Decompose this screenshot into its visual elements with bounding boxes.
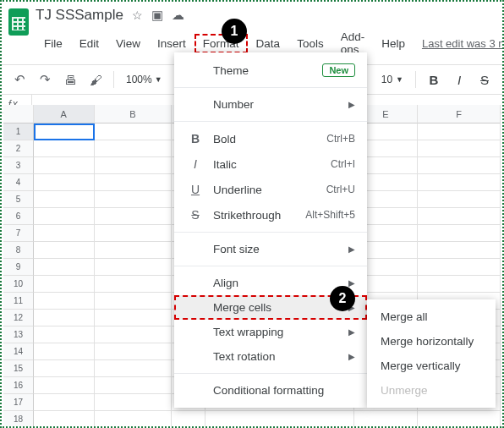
- cell-B12[interactable]: [95, 310, 173, 326]
- cell-F8[interactable]: [418, 242, 501, 259]
- col-header-F[interactable]: F: [418, 105, 501, 123]
- menu-number[interactable]: Number▶: [174, 92, 367, 117]
- menu-tools[interactable]: Tools: [288, 34, 332, 53]
- menu-insert[interactable]: Insert: [149, 34, 194, 53]
- cell-F18[interactable]: [418, 411, 501, 428]
- cell-A15[interactable]: [34, 360, 95, 377]
- undo-icon[interactable]: ↶: [8, 69, 30, 91]
- row-header-7[interactable]: 7: [3, 225, 34, 242]
- menu-view[interactable]: View: [107, 34, 149, 53]
- cell-F5[interactable]: [418, 191, 501, 208]
- menu-italic[interactable]: IItalicCtrl+I: [174, 151, 367, 177]
- cell-A5[interactable]: [34, 191, 95, 208]
- cell-F7[interactable]: [418, 225, 501, 242]
- cell-B4[interactable]: [95, 174, 173, 191]
- cell-D18[interactable]: [205, 411, 353, 428]
- doc-title[interactable]: TJ SSSample: [36, 7, 123, 24]
- row-header-4[interactable]: 4: [3, 174, 34, 191]
- cell-A8[interactable]: [34, 242, 95, 259]
- menu-edit[interactable]: Edit: [71, 34, 107, 53]
- cell-B13[interactable]: [95, 326, 173, 343]
- row-header-14[interactable]: 14: [3, 343, 34, 360]
- cell-B14[interactable]: [95, 343, 173, 360]
- cell-A11[interactable]: [34, 293, 95, 310]
- cell-A1[interactable]: [34, 123, 95, 140]
- redo-icon[interactable]: ↷: [34, 69, 56, 91]
- cell-B5[interactable]: [95, 191, 173, 208]
- row-header-9[interactable]: 9: [3, 259, 34, 276]
- row-header-16[interactable]: 16: [3, 377, 34, 394]
- italic-button[interactable]: I: [448, 69, 470, 91]
- cell-C18[interactable]: [172, 411, 205, 428]
- cell-F10[interactable]: [418, 276, 501, 293]
- cloud-icon[interactable]: ☁: [172, 8, 184, 23]
- row-header-15[interactable]: 15: [3, 360, 34, 377]
- row-header-5[interactable]: 5: [3, 191, 34, 208]
- sheets-logo[interactable]: [8, 7, 29, 37]
- row-header-10[interactable]: 10: [3, 276, 34, 293]
- row-header-3[interactable]: 3: [3, 157, 34, 174]
- cell-B6[interactable]: [95, 208, 173, 225]
- cell-A18[interactable]: [34, 411, 95, 428]
- cell-F2[interactable]: [418, 140, 501, 157]
- cell-A16[interactable]: [34, 377, 95, 394]
- row-header-17[interactable]: 17: [3, 394, 34, 411]
- cell-A14[interactable]: [34, 343, 95, 360]
- row-header-6[interactable]: 6: [3, 208, 34, 225]
- menu-strikethrough[interactable]: SStrikethroughAlt+Shift+5: [174, 202, 367, 228]
- cell-B7[interactable]: [95, 225, 173, 242]
- cell-B9[interactable]: [95, 259, 173, 276]
- cell-F6[interactable]: [418, 208, 501, 225]
- cell-A6[interactable]: [34, 208, 95, 225]
- merge-vertically[interactable]: Merge vertically: [367, 354, 496, 378]
- cell-B18[interactable]: [95, 411, 173, 428]
- menu-bold[interactable]: BBoldCtrl+B: [174, 126, 367, 151]
- print-icon[interactable]: 🖶: [59, 69, 81, 91]
- bold-button[interactable]: B: [423, 69, 445, 91]
- row-header-18[interactable]: 18: [3, 411, 34, 428]
- menu-file[interactable]: File: [36, 34, 71, 53]
- merge-all[interactable]: Merge all: [367, 305, 496, 329]
- row-header-13[interactable]: 13: [3, 326, 34, 343]
- cell-F4[interactable]: [418, 174, 501, 191]
- cell-A9[interactable]: [34, 259, 95, 276]
- strike-button[interactable]: S: [474, 69, 496, 91]
- cell-B17[interactable]: [95, 394, 173, 411]
- cell-B8[interactable]: [95, 242, 173, 259]
- cell-B1[interactable]: [95, 123, 173, 140]
- cell-A3[interactable]: [34, 157, 95, 174]
- cell-E18[interactable]: [354, 411, 419, 428]
- star-icon[interactable]: ☆: [132, 8, 143, 22]
- menu-data[interactable]: Data: [248, 34, 289, 53]
- cell-A13[interactable]: [34, 326, 95, 343]
- menu-help[interactable]: Help: [373, 34, 414, 53]
- menu-font-size[interactable]: Font size▶: [174, 237, 367, 261]
- cell-B2[interactable]: [95, 140, 173, 157]
- row-header-1[interactable]: 1: [3, 123, 34, 140]
- cell-A12[interactable]: [34, 310, 95, 326]
- row-header-8[interactable]: 8: [3, 242, 34, 259]
- cell-A10[interactable]: [34, 276, 95, 293]
- col-header-A[interactable]: A: [34, 105, 95, 123]
- cell-A17[interactable]: [34, 394, 95, 411]
- menu-text-wrapping[interactable]: Text wrapping▶: [174, 320, 367, 344]
- paint-format-icon[interactable]: 🖌: [85, 69, 107, 91]
- col-header-B[interactable]: B: [95, 105, 173, 123]
- merge-horizontally[interactable]: Merge horizontally: [367, 329, 496, 354]
- menu-conditional-formatting[interactable]: Conditional formatting: [174, 378, 367, 403]
- row-header-11[interactable]: 11: [3, 293, 34, 310]
- menu-text-rotation[interactable]: Text rotation▶: [174, 344, 367, 369]
- menu-underline[interactable]: UUnderlineCtrl+U: [174, 177, 367, 202]
- cell-A2[interactable]: [34, 140, 95, 157]
- cell-F9[interactable]: [418, 259, 501, 276]
- cell-A4[interactable]: [34, 174, 95, 191]
- move-icon[interactable]: ▣: [151, 8, 163, 23]
- cell-B10[interactable]: [95, 276, 173, 293]
- row-header-12[interactable]: 12: [3, 310, 34, 326]
- last-edit-link[interactable]: Last edit was 3 minutes a: [422, 37, 504, 50]
- menu-theme[interactable]: Theme New: [174, 58, 367, 83]
- cell-F3[interactable]: [418, 157, 501, 174]
- cell-B15[interactable]: [95, 360, 173, 377]
- cell-B11[interactable]: [95, 293, 173, 310]
- cell-B3[interactable]: [95, 157, 173, 174]
